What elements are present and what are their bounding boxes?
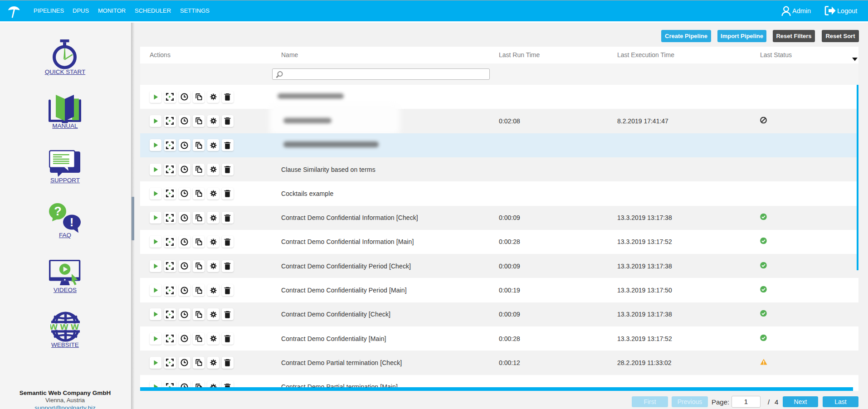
- svg-text:?: ?: [54, 204, 62, 218]
- svg-text:www: www: [50, 321, 80, 332]
- svg-text:!: !: [70, 215, 74, 229]
